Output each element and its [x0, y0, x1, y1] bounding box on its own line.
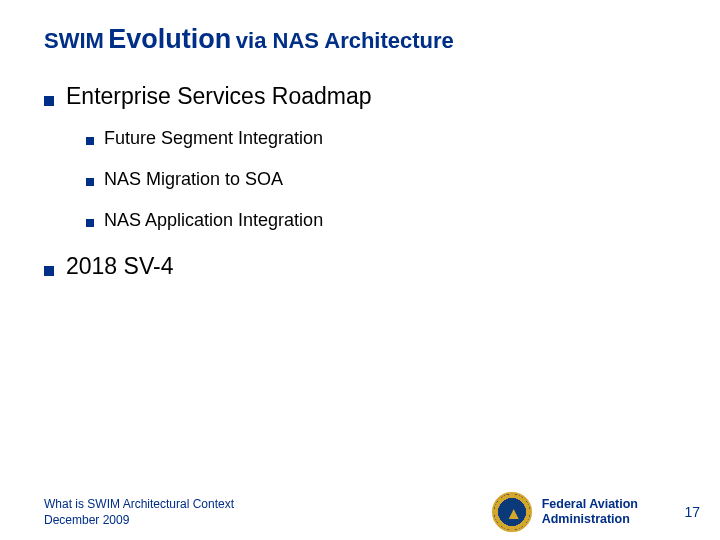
bullet-text: NAS Migration to SOA [104, 169, 283, 190]
square-bullet-icon [86, 178, 94, 186]
footer-left: What is SWIM Architectural Context Decem… [44, 496, 492, 528]
title-part-3: via NAS Architecture [236, 28, 454, 53]
faa-seal-icon [492, 492, 532, 532]
footer-title: What is SWIM Architectural Context [44, 496, 492, 512]
page-number: 17 [676, 504, 700, 520]
bullet-text: Enterprise Services Roadmap [66, 83, 372, 110]
bullet-text: Future Segment Integration [104, 128, 323, 149]
square-bullet-icon [86, 137, 94, 145]
slide-body: Enterprise Services Roadmap Future Segme… [0, 55, 720, 280]
square-bullet-icon [86, 219, 94, 227]
agency-line-2: Administration [542, 512, 638, 527]
bullet-text: 2018 SV-4 [66, 253, 173, 280]
title-part-2: Evolution [108, 24, 231, 54]
footer-right: Federal Aviation Administration 17 [492, 492, 700, 532]
bullet-text: NAS Application Integration [104, 210, 323, 231]
square-bullet-icon [44, 266, 54, 276]
slide-title: SWIM Evolution via NAS Architecture [0, 0, 720, 55]
square-bullet-icon [44, 96, 54, 106]
footer-date: December 2009 [44, 512, 492, 528]
title-part-1: SWIM [44, 28, 104, 53]
agency-line-1: Federal Aviation [542, 497, 638, 512]
list-item: Future Segment Integration [86, 128, 720, 149]
list-item: NAS Application Integration [86, 210, 720, 231]
agency-name: Federal Aviation Administration [542, 497, 638, 527]
slide-footer: What is SWIM Architectural Context Decem… [0, 484, 720, 540]
list-item: NAS Migration to SOA [86, 169, 720, 190]
list-item: 2018 SV-4 [44, 253, 720, 280]
list-item: Enterprise Services Roadmap Future Segme… [44, 83, 720, 231]
